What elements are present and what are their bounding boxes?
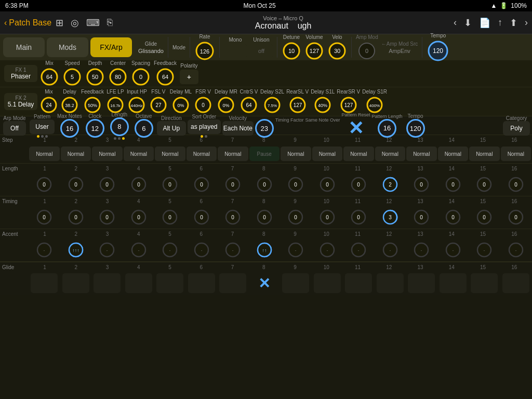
fx2-fslv[interactable]: FSL V 27	[149, 89, 168, 114]
velo-knob[interactable]: 30	[327, 41, 347, 61]
timing-knob-15[interactable]: 0	[475, 208, 493, 226]
fx2-delays2l[interactable]: Delay S2L 7.5%	[260, 89, 284, 114]
fx2-delayml-knob[interactable]: 0%	[171, 96, 190, 114]
arp-velocity-val[interactable]: Each Note	[222, 121, 254, 136]
length-knob-14[interactable]: 0	[444, 176, 462, 193]
length-knob-8[interactable]: 0	[256, 176, 273, 193]
glide-btn-3[interactable]	[94, 273, 121, 293]
fx1-spacing[interactable]: Spacing 0	[131, 60, 151, 87]
step-btn-4[interactable]: Normal	[124, 147, 154, 161]
timing-knob-9[interactable]: 0	[287, 208, 304, 226]
fx2-delayml[interactable]: Delay ML 0%	[170, 89, 192, 114]
step-btn-2[interactable]: Normal	[61, 147, 91, 161]
copy-icon[interactable]: ⎘	[107, 17, 113, 28]
arp-velval-knob[interactable]: 23	[255, 119, 274, 138]
param-velo[interactable]: Velo 30	[327, 34, 347, 61]
fx2-fslv-knob[interactable]: 27	[149, 96, 168, 114]
accent-knob-6[interactable]: -	[193, 241, 210, 259]
fx1-feedback-knob[interactable]: 64	[155, 67, 175, 87]
fx1-polarity-btn[interactable]: +	[180, 70, 198, 84]
glide-btn-1[interactable]	[31, 273, 58, 293]
timing-knob-6[interactable]: 0	[193, 208, 210, 226]
timing-knob-1[interactable]: 0	[35, 208, 53, 226]
person-icon[interactable]: ◎	[71, 17, 79, 29]
fx2-fsrv-knob[interactable]: 0	[194, 96, 212, 114]
fx2-cntrsv[interactable]: CntrS V 64	[240, 89, 258, 114]
volume-knob[interactable]: 127	[304, 41, 324, 61]
step-btn-14[interactable]: Normal	[438, 147, 469, 161]
glide-btn-10[interactable]	[314, 273, 341, 293]
nav-upload-icon[interactable]: ⬆	[510, 17, 517, 29]
fx2-fsrv[interactable]: FSR V 0	[194, 89, 212, 114]
glide-btn-13[interactable]	[408, 273, 435, 293]
glide-btn-4[interactable]	[125, 273, 152, 293]
timing-knob-10[interactable]: 0	[318, 208, 336, 226]
glide-btn-2[interactable]	[62, 273, 89, 293]
length-knob-5[interactable]: 0	[161, 176, 179, 193]
param-detune[interactable]: Detune 10	[282, 34, 301, 61]
length-knob-9[interactable]: 0	[287, 176, 304, 193]
fx2-delays2l-knob[interactable]: 7.5%	[263, 96, 282, 114]
unison-btn[interactable]: off	[250, 44, 273, 58]
accent-knob-10[interactable]: -	[318, 241, 336, 259]
fx2-feedback-knob[interactable]: 50%	[83, 96, 102, 114]
arp-length-knob[interactable]: 8	[110, 117, 129, 136]
fx2-delay[interactable]: Delay 38.2	[60, 89, 79, 114]
arp-maxnotes-knob[interactable]: 16	[60, 119, 79, 138]
step-btn-11[interactable]: Normal	[343, 147, 374, 161]
tab-mods[interactable]: Mods	[47, 37, 88, 57]
arp-pattern-val[interactable]: User	[30, 119, 55, 134]
timing-knob-11[interactable]: 0	[350, 208, 367, 226]
step-btn-8[interactable]: Pause	[249, 147, 280, 161]
glide-x-icon[interactable]: ✕	[258, 275, 270, 292]
step-btn-9[interactable]: Normal	[281, 147, 311, 161]
arp-patternlength-knob[interactable]: 16	[378, 119, 396, 138]
timing-knob-8[interactable]: 0	[256, 208, 273, 226]
glide-btn-15[interactable]	[471, 273, 498, 293]
accent-knob-11[interactable]: -	[350, 241, 367, 259]
timing-knob-16[interactable]: 0	[507, 208, 525, 226]
fx2-delays1r[interactable]: Delay S1R 400%	[362, 89, 387, 114]
accent-knob-5[interactable]: -	[161, 241, 179, 259]
fx1-spacing-knob[interactable]: 0	[131, 67, 151, 87]
nav-share-icon[interactable]: ↑	[498, 17, 502, 28]
length-knob-11[interactable]: 0	[350, 176, 367, 193]
length-knob-10[interactable]: 0	[318, 176, 336, 193]
arp-tempo-knob[interactable]: 120	[406, 119, 425, 138]
step-btn-12[interactable]: Normal	[375, 147, 406, 161]
fx2-delays1l-knob[interactable]: 40%	[313, 96, 332, 114]
accent-knob-14[interactable]: -	[444, 241, 462, 259]
fx1-speed[interactable]: Speed 5	[62, 60, 82, 87]
length-knob-2[interactable]: 0	[67, 176, 85, 193]
fx2-delay-knob[interactable]: 38.2	[60, 96, 79, 114]
accent-knob-16[interactable]: -	[507, 241, 525, 259]
fx1-depth-knob[interactable]: 50	[85, 67, 105, 87]
fx2-feedback[interactable]: Feedback 50%	[81, 89, 104, 114]
timing-knob-12[interactable]: 3	[381, 208, 399, 226]
fx2-mix[interactable]: Mix 24	[39, 89, 58, 114]
timing-knob-2[interactable]: 0	[67, 208, 85, 226]
nav-left-icon[interactable]: ‹	[454, 17, 457, 28]
fx2-cntrsv-knob[interactable]: 64	[240, 96, 258, 114]
accent-knob-8[interactable]: ↑↑	[256, 241, 273, 259]
glide-btn-7[interactable]	[219, 273, 246, 293]
length-knob-12[interactable]: 2	[381, 176, 399, 193]
timing-knob-14[interactable]: 0	[444, 208, 462, 226]
length-knob-15[interactable]: 0	[475, 176, 493, 193]
step-btn-15[interactable]: Normal	[469, 147, 500, 161]
glide-btn-16[interactable]	[502, 273, 529, 293]
arp-category-val[interactable]: Poly	[503, 121, 530, 136]
param-amp-mod[interactable]: Amp Mod 0	[356, 34, 378, 61]
step-btn-5[interactable]: Normal	[155, 147, 185, 161]
step-btn-6[interactable]: Normal	[187, 147, 217, 161]
timing-knob-3[interactable]: 0	[98, 208, 116, 226]
fx2-rearslv[interactable]: RearSL V 127	[286, 89, 309, 114]
length-knob-7[interactable]: 0	[224, 176, 242, 193]
arp-mode-val[interactable]: Off	[3, 121, 26, 136]
rate-knob[interactable]: 126	[194, 41, 215, 61]
glide-btn-11[interactable]	[345, 273, 372, 293]
keyboard-icon[interactable]: ⌨	[86, 17, 100, 29]
accent-knob-4[interactable]: -	[130, 241, 148, 259]
fx2-inputhp[interactable]: Input HP 440Hz	[127, 89, 147, 114]
glide-value[interactable]: Glissando	[138, 48, 164, 54]
